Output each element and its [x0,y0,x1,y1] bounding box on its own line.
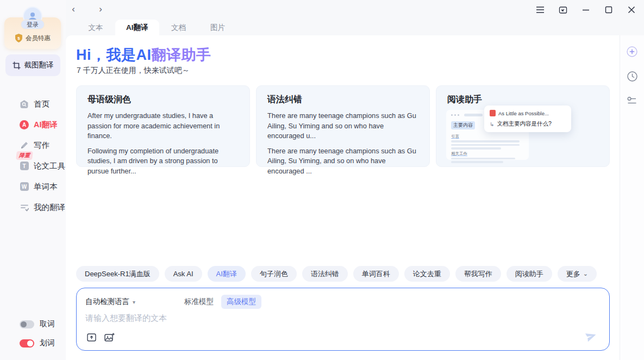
card-grammar-check[interactable]: 语法纠错 There are many teenage champions su… [256,85,430,167]
feature-cards: 母语级润色 After my undergraduate studies, I … [76,85,610,167]
ai-translate-icon: A [20,120,29,129]
toggle-highlight-word[interactable]: 划词 [20,337,55,350]
sidebar-item-label: 单词本 [34,182,58,192]
login-button[interactable]: 登录 [21,20,45,29]
card-text: After my undergraduate studies, I have a… [87,111,239,141]
card-title: 语法纠错 [267,94,418,105]
chip-ai-translate[interactable]: AI翻译 [208,266,246,282]
card-reading-assistant[interactable]: 阅读助手 主要内容 引言 相关工作 As Little as Possible.… [436,85,610,167]
page-title: Hi，我是AI翻译助手 [76,45,211,65]
chevron-down-icon: ⌄ [583,270,588,277]
pdf-file-icon [490,110,496,116]
chip-more[interactable]: 更多 ⌄ [558,266,597,282]
vip-badge-icon: $ [15,34,23,42]
sidebar-item-wordbook[interactable]: W 单词本 [0,176,66,197]
card-title: 阅读助手 [447,94,598,105]
mode-tabs: 文本 AI翻译 文档 图片 [76,20,237,35]
reading-mock-popup: As Little as Possible... ↳ 文档主要内容是什么? [484,105,571,132]
word-lookup-icon[interactable] [626,94,639,107]
tab-ai-translate[interactable]: AI翻译 [115,20,159,35]
sidebar-item-label: 论文工具 [34,161,65,171]
translate-composer: 自动检测语言 ▾ 标准模型 高级模型 [76,288,610,351]
sidebar-item-ai-translate[interactable]: A AI翻译 [0,114,66,135]
vip-banner[interactable]: $ 会员特惠 [4,34,61,42]
toggle-on-switch[interactable] [20,339,34,347]
vip-label: 会员特惠 [26,34,51,42]
toggle-label: 划词 [40,338,55,348]
model-standard-button[interactable]: 标准模型 [184,297,214,307]
chip-deepseek[interactable]: DeepSeek-R1满血版 [76,266,159,282]
crop-icon [12,61,21,70]
account-area[interactable]: 登录 $ 会员特惠 [4,7,61,42]
compact-mode-icon[interactable] [555,2,571,17]
svg-text:$: $ [17,36,20,41]
history-clock-icon[interactable] [626,70,639,83]
translation-list-icon [20,203,29,212]
forward-button[interactable]: › [95,3,107,15]
upload-image-icon[interactable] [103,331,115,343]
pen-icon [20,141,29,150]
back-button[interactable]: ‹ [67,3,79,15]
sidebar-item-my-translations[interactable]: 我的翻译 [0,197,66,218]
language-selector[interactable]: 自动检测语言 ▾ [85,297,135,307]
mock-doc-tag: 主要内容 [451,121,475,129]
chip-grammar-check[interactable]: 语法纠错 [302,266,348,282]
chip-ask-ai[interactable]: Ask AI [165,266,202,282]
tab-text[interactable]: 文本 [76,20,115,35]
discount-badge: 降重 [16,151,33,160]
maximize-icon[interactable] [601,2,617,17]
quick-action-chips: DeepSeek-R1满血版 Ask AI AI翻译 句子润色 语法纠错 单词百… [76,266,597,282]
model-advanced-button[interactable]: 高级模型 [221,295,261,309]
sidebar-item-paper-tools[interactable]: 降重 T 论文工具 [0,156,66,176]
tab-document[interactable]: 文档 [159,20,198,35]
sidebar-item-label: 首页 [34,99,49,109]
mock-section-label: 相关工作 [451,151,524,157]
word-toggles: 取词 划词 [20,318,55,356]
toggle-off-switch[interactable] [20,320,34,328]
wordbook-icon: W [20,182,29,191]
upload-file-icon[interactable] [85,331,97,343]
card-title: 母语级润色 [87,94,239,105]
sidebar-nav: 首页 A AI翻译 写作 降重 T 论文工具 [0,94,66,218]
send-icon[interactable] [583,328,599,345]
mock-popup-question: 文档主要内容是什么? [497,120,551,128]
chip-help-write[interactable]: 帮我写作 [455,266,501,282]
toggle-pick-word[interactable]: 取词 [20,318,55,331]
main-content: Hi，我是AI翻译助手 7 千万人正在使用，快来试试吧～ 母语级润色 After… [66,35,620,360]
page-subtitle: 7 千万人正在使用，快来试试吧～ [77,66,190,76]
chip-reading-assistant[interactable]: 阅读助手 [507,266,552,282]
sidebar: 登录 $ 会员特惠 截图翻译 首页 [0,0,66,360]
screenshot-translate-button[interactable]: 截图翻译 [5,54,60,76]
screenshot-translate-label: 截图翻译 [24,60,54,70]
card-native-polish[interactable]: 母语级润色 After my undergraduate studies, I … [76,85,250,167]
app-window: ‹ › 登录 $ [0,0,644,360]
sidebar-item-label: AI翻译 [34,120,58,130]
translate-input[interactable] [85,313,433,322]
mock-section-label: 引言 [451,134,524,139]
card-text: There are many teenage champions such as… [267,146,418,177]
chip-word-encyclopedia[interactable]: 单词百科 [353,266,399,282]
card-text: There are many teenage champions such as… [267,111,418,141]
right-toolbar [620,35,644,360]
chip-paper-dedup[interactable]: 论文去重 [404,266,450,282]
sidebar-item-label: 写作 [34,140,49,151]
sidebar-item-home[interactable]: 首页 [0,94,66,114]
chip-sentence-polish[interactable]: 句子润色 [251,266,297,282]
menu-icon[interactable] [532,2,548,17]
caret-down-icon: ▾ [133,299,135,305]
sidebar-item-label: 我的翻译 [34,202,65,213]
history-nav: ‹ › [67,3,107,15]
toggle-label: 取词 [40,319,55,329]
reply-arrow-icon: ↳ [490,121,494,127]
window-controls [532,2,640,17]
card-text: Following my completion of undergraduate… [87,146,239,177]
mock-popup-filename: As Little as Possible... [498,110,549,116]
paper-tools-icon: T [20,162,29,171]
close-icon[interactable] [623,2,640,17]
tab-image[interactable]: 图片 [198,20,237,35]
new-session-icon[interactable] [626,45,639,58]
home-search-icon [20,100,29,109]
minimize-icon[interactable] [578,2,594,17]
